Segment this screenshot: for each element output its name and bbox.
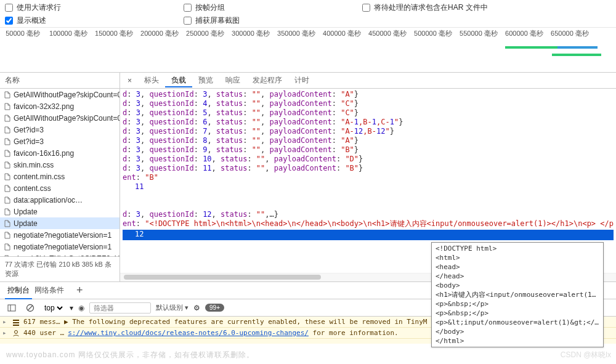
watermark-text: www.toyoban.com 网络仅仅供展示，非存储，如有侵权请联系删除。	[6, 350, 254, 360]
detail-tab[interactable]: 发起程序	[246, 74, 288, 86]
request-row[interactable]: favicon-32x32.png	[0, 100, 120, 112]
detail-tab[interactable]: 计时	[288, 74, 315, 86]
settings-icon[interactable]: ⚙	[193, 304, 200, 312]
add-tab-icon[interactable]: +	[76, 284, 83, 297]
request-list: 名称 GetAllWithoutPage?skipCount=0&maxRfav…	[0, 73, 120, 281]
request-row[interactable]: favicon-16x16.png	[0, 147, 120, 159]
chk-big-rows[interactable]: 使用大请求行	[5, 2, 174, 13]
log-level-select[interactable]: 默认级别 ▾	[156, 303, 188, 312]
svg-point-7	[15, 330, 18, 333]
svg-rect-4	[13, 320, 19, 321]
request-row[interactable]: data:application/oc…	[0, 194, 120, 206]
csdn-credit: CSDN @林晓lx	[561, 350, 611, 360]
close-icon[interactable]: ×	[124, 76, 136, 85]
request-row[interactable]: content.css	[0, 182, 120, 194]
svg-rect-0	[8, 305, 15, 311]
detail-tab[interactable]: 负载	[165, 74, 192, 87]
drawer-tab[interactable]: 控制台	[5, 282, 32, 299]
request-row[interactable]: Get?id=3	[0, 124, 120, 135]
context-select[interactable]: top	[42, 303, 65, 313]
clear-console-icon[interactable]	[23, 301, 37, 315]
chk-capture-screens[interactable]: 捕获屏幕截图	[184, 15, 352, 26]
request-row[interactable]: negotiate?negotiateVersion=1	[0, 241, 120, 253]
timeline-overview[interactable]: 50000 毫秒100000 毫秒150000 毫秒200000 毫秒25000…	[0, 27, 616, 73]
svg-rect-6	[13, 325, 19, 326]
request-summary: 77 次请求 已传输 210 kB 385 kB 条资源	[0, 256, 120, 281]
drawer-tab[interactable]: 网络条件	[32, 282, 67, 298]
chk-overview[interactable]: 显示概述	[5, 15, 174, 26]
request-row[interactable]: GetAllWithoutPage?skipCount=0&maxR	[0, 89, 120, 100]
detail-tab[interactable]: 标头	[138, 74, 165, 86]
sidebar-toggle-icon[interactable]	[5, 301, 18, 315]
request-row[interactable]: Update	[0, 206, 120, 217]
expand-icon[interactable]: ▸	[2, 318, 9, 326]
hover-tooltip: <!DOCTYPE html><html><head></head><body>…	[431, 242, 604, 347]
detail-tabs: × 标头负载预览响应发起程序计时	[120, 73, 616, 89]
settings-row: 使用大请求行 显示概述 按帧分组 捕获屏幕截图 将待处理的请求包含在HAR 文件…	[0, 0, 616, 27]
request-row[interactable]: negotiate?negotiateVersion=1	[0, 229, 120, 241]
console-filter-input[interactable]	[89, 302, 151, 313]
chk-include-har[interactable]: 将待处理的请求包含在HAR 文件中	[362, 2, 611, 13]
detail-tab[interactable]: 响应	[219, 74, 246, 86]
request-row[interactable]: Get?id=3	[0, 135, 120, 147]
expand-icon[interactable]: ▸	[2, 329, 9, 337]
request-row[interactable]: content.min.css	[0, 171, 120, 182]
detail-tab[interactable]: 预览	[192, 74, 219, 86]
request-row[interactable]: skin.min.css	[0, 159, 120, 171]
svg-line-3	[28, 305, 33, 310]
request-row[interactable]: Update	[0, 217, 120, 229]
chk-group-frame[interactable]: 按帧分组	[184, 2, 352, 13]
issues-badge[interactable]: 99+	[205, 304, 224, 312]
request-list-header: 名称	[0, 73, 120, 89]
live-expression-icon[interactable]: ◉	[78, 304, 84, 312]
svg-rect-5	[13, 322, 19, 323]
request-row[interactable]: GetAllWithoutPage?skipCount=0&maxR	[0, 112, 120, 124]
